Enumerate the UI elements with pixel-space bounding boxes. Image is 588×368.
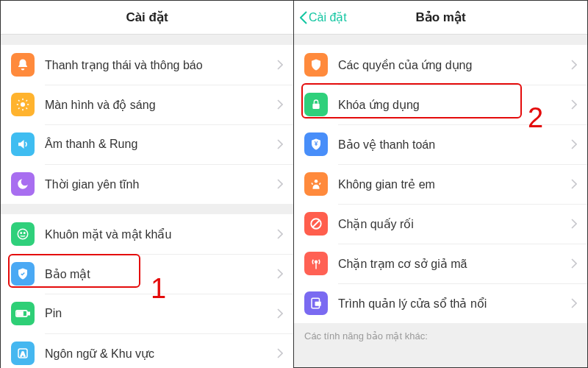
svg-line-21 <box>313 221 320 227</box>
page-title: Bảo mật <box>415 10 465 25</box>
moon-icon <box>11 172 35 196</box>
row-block-harassment[interactable]: Chặn quấy rối <box>294 204 587 244</box>
window-icon <box>304 291 328 315</box>
back-label: Cài đặt <box>309 10 347 24</box>
chevron-right-icon <box>571 258 577 269</box>
svg-rect-14 <box>18 312 24 316</box>
row-sound-vibration[interactable]: Âm thanh & Rung <box>1 124 293 164</box>
svg-point-9 <box>18 229 28 239</box>
row-label: Pin <box>45 307 277 320</box>
row-label: Màn hình và độ sáng <box>45 98 277 112</box>
chevron-right-icon <box>277 99 283 110</box>
row-app-lock[interactable]: Khóa ứng dụng <box>294 85 587 124</box>
svg-line-7 <box>18 108 20 110</box>
svg-point-10 <box>21 233 22 234</box>
svg-text:¥: ¥ <box>315 141 318 147</box>
lock-icon <box>304 93 328 116</box>
row-label: Thời gian yên tĩnh <box>45 177 277 191</box>
globe-icon: A <box>11 342 35 365</box>
settings-group-1: Thanh trạng thái và thông báo Màn hình v… <box>1 45 293 204</box>
chevron-right-icon <box>277 269 283 279</box>
section-footer: Các tính năng bảo mật khác: <box>294 323 587 346</box>
row-display-brightness[interactable]: Màn hình và độ sáng <box>1 85 293 124</box>
row-status-bar-notifications[interactable]: Thanh trạng thái và thông báo <box>1 45 293 85</box>
settings-header: Cài đặt <box>1 1 293 35</box>
row-label: Các quyền của ứng dụng <box>338 58 571 72</box>
shield-icon <box>11 262 35 286</box>
row-label: Bảo mật <box>45 267 277 281</box>
row-app-permissions[interactable]: Các quyền của ứng dụng <box>294 45 587 85</box>
section-gap <box>294 35 587 45</box>
row-label: Chặn quấy rối <box>338 217 571 231</box>
child-icon <box>304 172 328 196</box>
chevron-right-icon <box>571 139 577 149</box>
chevron-right-icon <box>571 99 577 110</box>
row-label: Khuôn mặt và mật khẩu <box>45 227 277 241</box>
chevron-left-icon <box>300 11 307 24</box>
chevron-right-icon <box>571 179 577 189</box>
row-label: Ngôn ngữ & Khu vực <box>45 347 277 361</box>
row-label: Trình quản lý cửa sổ thả nổi <box>338 297 571 311</box>
chevron-right-icon <box>571 219 577 229</box>
face-icon <box>11 222 35 246</box>
chevron-right-icon <box>277 139 283 149</box>
chevron-right-icon <box>277 348 283 358</box>
section-gap <box>1 204 293 214</box>
settings-pane: Cài đặt Thanh trạng thái và thông báo Mà… <box>1 1 294 367</box>
svg-rect-25 <box>315 302 321 306</box>
antenna-icon <box>304 252 328 275</box>
row-quiet-time[interactable]: Thời gian yên tĩnh <box>1 164 293 204</box>
svg-line-5 <box>18 100 20 102</box>
row-label: Âm thanh & Rung <box>45 138 277 151</box>
payment-shield-icon: ¥ <box>304 132 328 156</box>
row-battery[interactable]: Pin <box>1 294 293 333</box>
row-payment-protection[interactable]: ¥ Bảo vệ thanh toán <box>294 124 587 164</box>
row-label: Bảo vệ thanh toán <box>338 138 571 152</box>
section-gap <box>1 35 293 45</box>
svg-line-8 <box>26 100 28 102</box>
svg-point-19 <box>315 180 318 183</box>
security-list: Các quyền của ứng dụng Khóa ứng dụng ¥ B… <box>294 45 587 323</box>
svg-rect-17 <box>312 104 319 109</box>
row-face-password[interactable]: Khuôn mặt và mật khẩu <box>1 214 293 254</box>
row-kid-space[interactable]: Không gian trẻ em <box>294 164 587 204</box>
svg-text:A: A <box>21 350 26 358</box>
svg-rect-13 <box>28 312 30 314</box>
chevron-right-icon <box>571 60 577 70</box>
bell-icon <box>11 53 35 77</box>
page-title: Cài đặt <box>126 10 168 25</box>
row-floating-window-manager[interactable]: Trình quản lý cửa sổ thả nổi <box>294 283 587 323</box>
security-pane: Cài đặt Bảo mật Các quyền của ứng dụng K… <box>294 1 587 367</box>
chevron-right-icon <box>277 60 283 70</box>
svg-point-0 <box>21 102 25 107</box>
row-label: Khóa ứng dụng <box>338 98 571 112</box>
block-icon <box>304 212 328 236</box>
svg-point-22 <box>315 261 318 263</box>
battery-icon <box>11 302 35 325</box>
settings-group-2: Khuôn mặt và mật khẩu Bảo mật Pin A <box>1 214 293 368</box>
sun-icon <box>11 93 35 116</box>
row-label: Thanh trạng thái và thông báo <box>45 58 277 72</box>
svg-line-6 <box>26 108 28 110</box>
row-block-fake-base-station[interactable]: Chặn trạm cơ sở giả mã <box>294 244 587 283</box>
row-language-region[interactable]: A Ngôn ngữ & Khu vực <box>1 333 293 368</box>
row-label: Chặn trạm cơ sở giả mã <box>338 257 571 271</box>
svg-point-11 <box>24 233 26 234</box>
chevron-right-icon <box>277 179 283 189</box>
shield-icon <box>304 53 328 77</box>
security-header: Cài đặt Bảo mật <box>294 1 587 35</box>
chevron-right-icon <box>277 229 283 239</box>
chevron-right-icon <box>277 308 283 319</box>
chevron-right-icon <box>571 298 577 308</box>
row-security[interactable]: Bảo mật <box>1 254 293 294</box>
row-label: Không gian trẻ em <box>338 177 571 191</box>
speaker-icon <box>11 132 35 156</box>
back-button[interactable]: Cài đặt <box>300 10 347 24</box>
